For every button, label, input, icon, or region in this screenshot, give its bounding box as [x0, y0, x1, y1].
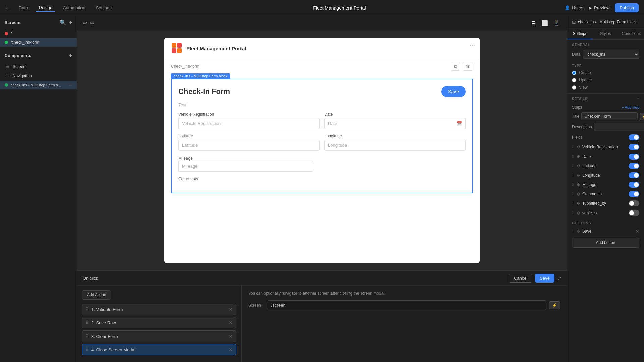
redo-button[interactable]: ↪: [90, 20, 94, 26]
search-screens-button[interactable]: 🔍: [60, 19, 66, 26]
field-toggle-vehicle[interactable]: [629, 144, 639, 150]
type-create-radio[interactable]: [572, 71, 576, 75]
mobile-view-button[interactable]: 📱: [552, 19, 561, 28]
field-toggle-vehicles[interactable]: [629, 210, 639, 216]
delete-save-button[interactable]: ✕: [635, 229, 639, 234]
undo-redo-group: ↩ ↪: [83, 20, 94, 26]
logo-svg: [171, 42, 183, 54]
form-save-button[interactable]: Save: [441, 86, 466, 97]
type-label: Type: [567, 61, 644, 69]
details-collapse-icon[interactable]: −: [637, 96, 639, 101]
rs-tabs: Settings Styles Conditions: [567, 28, 644, 40]
drag-dots-comments: ⠿: [572, 192, 575, 196]
desktop-view-button[interactable]: 🖥: [529, 19, 537, 28]
bottom-cancel-button[interactable]: Cancel: [509, 274, 532, 283]
screens-section-header: Screens 🔍 +: [0, 16, 77, 29]
gear-icon-comments[interactable]: ⚙: [577, 192, 580, 196]
svg-rect-0: [172, 43, 176, 48]
type-view-radio[interactable]: [572, 85, 576, 90]
expand-panel-button[interactable]: ⤢: [557, 274, 561, 283]
nav-settings[interactable]: Settings: [93, 4, 114, 12]
field-toggle-submitted[interactable]: [629, 200, 639, 206]
form-breadcrumb-row: Check_ins-form ⧉ 🗑: [164, 59, 480, 73]
title-lightning-button[interactable]: ⚡: [640, 113, 644, 120]
title-input[interactable]: [581, 112, 638, 120]
screen-item-root[interactable]: /: [0, 29, 77, 38]
undo-button[interactable]: ↩: [83, 20, 87, 26]
field-row-date: ⠿ ⚙ Date: [567, 152, 644, 161]
nav-left: ← Data Design Automation Settings: [5, 4, 114, 12]
gear-icon-date[interactable]: ⚙: [577, 154, 580, 159]
data-select[interactable]: check_ins: [583, 50, 639, 59]
add-button-button[interactable]: Add button: [572, 238, 639, 248]
publish-button[interactable]: Publish: [615, 3, 639, 12]
general-section-label: GENERAL: [567, 40, 644, 48]
vehicle-registration-input[interactable]: Vehicle Registration: [178, 118, 320, 129]
gear-icon-mileage[interactable]: ⚙: [577, 182, 580, 187]
tablet-view-button[interactable]: ⬜: [540, 19, 549, 28]
comp-item-navigation[interactable]: ☰ Navigation: [0, 71, 77, 81]
field-row-vehicles: ⠿ ⚙ vehicles: [567, 208, 644, 218]
add-step-button[interactable]: + Add step: [622, 105, 639, 109]
field-toggle-comments[interactable]: [629, 191, 639, 197]
users-button[interactable]: 👤 Users: [565, 5, 583, 10]
canvas-area: Fleet Management Portal ⋯ Check_ins-form…: [77, 31, 567, 270]
screen-item-check-ins[interactable]: /check_ins-form: [0, 38, 77, 47]
field-toggle-latitude[interactable]: [629, 163, 639, 169]
field-toggle-date[interactable]: [629, 154, 639, 160]
svg-rect-1: [177, 43, 182, 48]
card-dots-icon[interactable]: ⋯: [470, 42, 475, 49]
comp-item-screen[interactable]: ▭ Screen: [0, 62, 77, 71]
add-action-button[interactable]: Add Action: [82, 290, 111, 300]
gear-icon-vehicles[interactable]: ⚙: [577, 210, 580, 215]
steps-row: Steps + Add step: [567, 104, 644, 111]
action-item-4[interactable]: ⠿ 4. Close Screen Modal ✕: [82, 344, 236, 355]
tab-settings[interactable]: Settings: [567, 28, 593, 39]
action-item-2[interactable]: ⠿ 2. Save Row ✕: [82, 317, 236, 328]
comments-field: Comments: [178, 176, 466, 181]
fields-toggle[interactable]: [629, 134, 639, 140]
nav-automation[interactable]: Automation: [60, 4, 88, 12]
vehicle-registration-field: Vehicle Registration Vehicle Registratio…: [178, 112, 320, 129]
action-item-1[interactable]: ⠿ 1. Validate Form ✕: [82, 304, 236, 315]
preview-button[interactable]: ▶ Preview: [589, 5, 609, 10]
tab-conditions[interactable]: Conditions: [619, 28, 644, 39]
mileage-field: Mileage Mileage: [178, 156, 466, 172]
type-update-radio[interactable]: [572, 78, 576, 82]
back-button[interactable]: ←: [5, 5, 11, 11]
action-close-2[interactable]: ✕: [229, 320, 233, 325]
nav-data[interactable]: Data: [16, 4, 31, 12]
field-row-mileage: ⠿ ⚙ Mileage: [567, 180, 644, 189]
gear-icon-submitted[interactable]: ⚙: [577, 201, 580, 206]
action-close-4[interactable]: ✕: [229, 347, 233, 352]
longitude-input[interactable]: Longitude: [324, 140, 466, 151]
type-update-row: Update: [567, 76, 644, 84]
drag-dots-latitude: ⠿: [572, 164, 575, 168]
field-toggle-longitude[interactable]: [629, 172, 639, 178]
bottom-save-button[interactable]: Save: [535, 274, 554, 283]
action-close-3[interactable]: ✕: [229, 334, 233, 339]
tab-styles[interactable]: Styles: [593, 28, 618, 39]
latitude-input[interactable]: Latitude: [178, 140, 320, 151]
add-component-button[interactable]: +: [69, 53, 72, 59]
duplicate-form-button[interactable]: ⧉: [451, 62, 460, 71]
date-input[interactable]: Date 📅: [324, 118, 466, 129]
nav-design[interactable]: Design: [36, 4, 55, 12]
lightning-screen-button[interactable]: ⚡: [549, 301, 560, 309]
gear-icon-latitude[interactable]: ⚙: [577, 164, 580, 168]
bottom-panel-header-actions: Cancel Save ⤢: [509, 274, 561, 283]
field-toggle-mileage[interactable]: [629, 182, 639, 188]
action-item-3[interactable]: ⠿ 3. Clear Form ✕: [82, 330, 236, 342]
delete-form-button[interactable]: 🗑: [463, 62, 473, 71]
gear-icon-longitude[interactable]: ⚙: [577, 173, 580, 178]
gear-icon-save-btn[interactable]: ⚙: [577, 229, 580, 234]
users-icon: 👤: [565, 5, 570, 10]
more-options-icon[interactable]: ···: [69, 83, 72, 87]
description-input[interactable]: [594, 123, 644, 131]
action-close-1[interactable]: ✕: [229, 307, 233, 312]
mileage-input[interactable]: Mileage: [178, 161, 313, 172]
comp-item-multistep[interactable]: check_ins - Multistep Form b... ···: [0, 81, 77, 89]
gear-icon-vehicle[interactable]: ⚙: [577, 145, 580, 149]
add-screen-button[interactable]: +: [69, 19, 72, 26]
screen-nav-input[interactable]: [268, 300, 546, 310]
